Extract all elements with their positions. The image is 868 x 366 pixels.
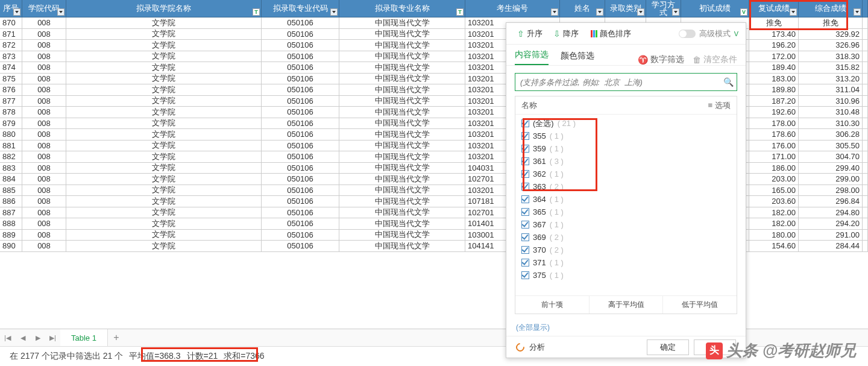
filter-drop-icon[interactable] (596, 8, 603, 16)
cell[interactable] (863, 51, 868, 62)
cell[interactable] (863, 29, 868, 40)
filter-drop-active-icon[interactable] (740, 8, 747, 16)
cell[interactable]: 050106 (262, 107, 339, 118)
cell[interactable]: 050106 (262, 84, 339, 95)
cell[interactable] (863, 96, 868, 107)
sheet-add-button[interactable]: + (108, 332, 125, 343)
cell[interactable]: 008 (22, 129, 66, 140)
cell[interactable] (863, 196, 868, 207)
cell[interactable]: 文学院 (66, 62, 262, 73)
cell[interactable]: 008 (22, 163, 66, 174)
cell[interactable]: 008 (22, 207, 66, 218)
cell[interactable]: 874 (0, 62, 22, 73)
cell[interactable]: 中国现当代文学 (339, 17, 465, 28)
cell[interactable]: 306.28 (799, 129, 863, 140)
cell[interactable]: 284.44 (799, 241, 863, 251)
cell[interactable]: 165.00 (749, 185, 799, 196)
cell[interactable]: 008 (22, 51, 66, 62)
cell[interactable] (863, 62, 868, 73)
cell[interactable]: 178.00 (749, 118, 799, 129)
cell[interactable]: 050106 (262, 196, 339, 207)
cell[interactable]: 050106 (262, 96, 339, 107)
cell[interactable]: 315.82 (799, 62, 863, 73)
header-major[interactable]: 拟录取专业名称 (339, 0, 465, 17)
cell[interactable]: 154.60 (749, 241, 799, 251)
cell[interactable]: 文学院 (66, 230, 262, 241)
filter-drop-icon[interactable] (551, 8, 558, 16)
cell[interactable]: 310.30 (799, 118, 863, 129)
cell[interactable]: 中国现当代文学 (339, 140, 465, 151)
filter-list[interactable]: (全选)( 21 )355( 1 )359( 1 )361( 3 )362( 1… (515, 115, 737, 295)
checkbox-icon[interactable] (521, 157, 529, 165)
cell[interactable]: 173.40 (749, 29, 799, 40)
checkbox-icon[interactable] (521, 259, 529, 267)
top10-button[interactable]: 前十项 (515, 296, 590, 314)
cell[interactable]: 294.80 (799, 207, 863, 218)
cell[interactable] (863, 230, 868, 241)
cell[interactable]: 文学院 (66, 96, 262, 107)
cell[interactable]: 885 (0, 185, 22, 196)
cell[interactable]: 182.00 (749, 218, 799, 229)
cell[interactable]: 文学院 (66, 241, 262, 251)
cell[interactable]: 008 (22, 140, 66, 151)
cell[interactable]: 050106 (262, 151, 339, 162)
cell[interactable]: 884 (0, 174, 22, 185)
cell[interactable]: 中国现当代文学 (339, 51, 465, 62)
cell[interactable]: 文学院 (66, 151, 262, 162)
sort-desc-button[interactable]: ⇩降序 (550, 27, 582, 40)
cell[interactable]: 050106 (262, 17, 339, 28)
cell[interactable]: 文学院 (66, 118, 262, 129)
cell[interactable] (863, 218, 868, 229)
cell[interactable]: 890 (0, 241, 22, 251)
cell[interactable]: 196.20 (749, 40, 799, 51)
cell[interactable]: 文学院 (66, 218, 262, 229)
cell[interactable]: 871 (0, 29, 22, 40)
cell[interactable] (863, 107, 868, 118)
header-total[interactable]: 综合成绩 (799, 0, 863, 17)
checkbox-icon[interactable] (521, 195, 529, 203)
filter-item[interactable]: 361( 3 ) (521, 155, 731, 168)
cell[interactable]: 中国现当代文学 (339, 96, 465, 107)
number-filter-button[interactable]: ♈数字筛选 (638, 54, 684, 65)
cell[interactable]: 文学院 (66, 207, 262, 218)
cell[interactable] (863, 163, 868, 174)
cell[interactable]: 文学院 (66, 17, 262, 28)
cell[interactable]: 008 (22, 151, 66, 162)
cell[interactable]: 008 (22, 74, 66, 84)
sheet-last-icon[interactable]: ▶| (45, 334, 60, 342)
cell[interactable]: 中国现当代文学 (339, 241, 465, 251)
cell[interactable]: 310.48 (799, 107, 863, 118)
cell[interactable]: 中国现当代文学 (339, 40, 465, 51)
cell[interactable]: 178.60 (749, 129, 799, 140)
checkbox-icon[interactable] (521, 145, 529, 153)
cell[interactable]: 050106 (262, 62, 339, 73)
cell[interactable]: 171.00 (749, 151, 799, 162)
sheet-prev-icon[interactable]: ◀ (15, 334, 30, 342)
cell[interactable] (863, 40, 868, 51)
checkbox-icon[interactable] (521, 132, 529, 140)
cancel-button[interactable]: 取消 (694, 339, 736, 355)
cell[interactable]: 008 (22, 241, 66, 251)
checkbox-icon[interactable] (521, 119, 529, 127)
color-sort-button[interactable]: 颜色排序 (591, 28, 631, 39)
cell[interactable]: 文学院 (66, 174, 262, 185)
cell[interactable]: 889 (0, 230, 22, 241)
tab-color-filter[interactable]: 颜色筛选 (561, 47, 594, 65)
cell[interactable]: 187.20 (749, 96, 799, 107)
filter-item[interactable]: 365( 1 ) (521, 206, 731, 218)
cell[interactable]: 186.00 (749, 163, 799, 174)
cell[interactable]: 310.96 (799, 96, 863, 107)
filter-item[interactable]: 367( 1 ) (521, 218, 731, 231)
checkbox-icon[interactable] (521, 208, 529, 216)
checkbox-icon[interactable] (521, 183, 529, 191)
cell[interactable]: 182.00 (749, 207, 799, 218)
cell[interactable]: 050106 (262, 218, 339, 229)
cell[interactable]: 008 (22, 107, 66, 118)
cell[interactable] (863, 174, 868, 185)
analysis-label[interactable]: 分析 (529, 342, 545, 353)
checkbox-icon[interactable] (521, 170, 529, 178)
cell[interactable]: 203.00 (749, 174, 799, 185)
header-type[interactable]: 录取类别 (605, 0, 646, 17)
filter-drop-icon[interactable] (330, 8, 338, 16)
cell[interactable]: 888 (0, 218, 22, 229)
